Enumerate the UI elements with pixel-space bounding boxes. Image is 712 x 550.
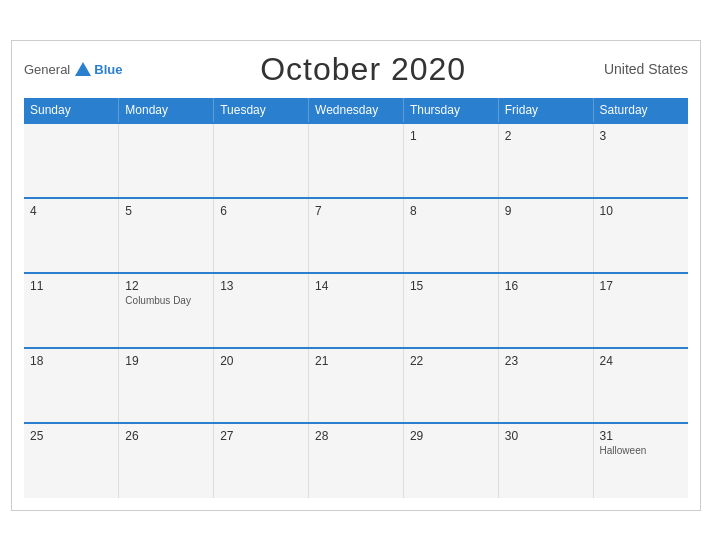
week-row: 1112Columbus Day1314151617 bbox=[24, 273, 688, 348]
logo: General Blue bbox=[24, 62, 122, 77]
day-cell: 17 bbox=[593, 273, 688, 348]
day-cell bbox=[214, 123, 309, 198]
day-number: 10 bbox=[600, 204, 682, 218]
day-cell: 6 bbox=[214, 198, 309, 273]
day-cell bbox=[24, 123, 119, 198]
day-cell: 12Columbus Day bbox=[119, 273, 214, 348]
weekday-header: Monday bbox=[119, 98, 214, 123]
day-cell: 26 bbox=[119, 423, 214, 498]
day-cell: 9 bbox=[498, 198, 593, 273]
calendar-country: United States bbox=[604, 61, 688, 77]
day-cell: 19 bbox=[119, 348, 214, 423]
day-number: 3 bbox=[600, 129, 682, 143]
day-cell: 30 bbox=[498, 423, 593, 498]
day-number: 4 bbox=[30, 204, 112, 218]
day-cell: 10 bbox=[593, 198, 688, 273]
day-cell: 8 bbox=[403, 198, 498, 273]
day-cell: 22 bbox=[403, 348, 498, 423]
day-cell bbox=[309, 123, 404, 198]
day-number: 30 bbox=[505, 429, 587, 443]
day-cell: 23 bbox=[498, 348, 593, 423]
day-cell: 31Halloween bbox=[593, 423, 688, 498]
day-number: 25 bbox=[30, 429, 112, 443]
logo-blue-text: Blue bbox=[94, 62, 122, 77]
day-number: 6 bbox=[220, 204, 302, 218]
day-cell bbox=[119, 123, 214, 198]
calendar-title: October 2020 bbox=[260, 51, 466, 88]
day-number: 29 bbox=[410, 429, 492, 443]
day-number: 2 bbox=[505, 129, 587, 143]
day-cell: 18 bbox=[24, 348, 119, 423]
weekday-header: Thursday bbox=[403, 98, 498, 123]
day-cell: 20 bbox=[214, 348, 309, 423]
day-number: 12 bbox=[125, 279, 207, 293]
day-number: 5 bbox=[125, 204, 207, 218]
day-cell: 15 bbox=[403, 273, 498, 348]
day-number: 14 bbox=[315, 279, 397, 293]
day-number: 27 bbox=[220, 429, 302, 443]
day-cell: 24 bbox=[593, 348, 688, 423]
week-row: 45678910 bbox=[24, 198, 688, 273]
day-number: 28 bbox=[315, 429, 397, 443]
day-number: 21 bbox=[315, 354, 397, 368]
logo-general-text: General bbox=[24, 62, 70, 77]
weekday-header: Wednesday bbox=[309, 98, 404, 123]
day-number: 9 bbox=[505, 204, 587, 218]
weekday-header: Tuesday bbox=[214, 98, 309, 123]
day-cell: 21 bbox=[309, 348, 404, 423]
day-number: 20 bbox=[220, 354, 302, 368]
day-cell: 25 bbox=[24, 423, 119, 498]
calendar-header-row: SundayMondayTuesdayWednesdayThursdayFrid… bbox=[24, 98, 688, 123]
day-number: 26 bbox=[125, 429, 207, 443]
day-cell: 5 bbox=[119, 198, 214, 273]
day-number: 16 bbox=[505, 279, 587, 293]
weekday-row: SundayMondayTuesdayWednesdayThursdayFrid… bbox=[24, 98, 688, 123]
calendar-table: SundayMondayTuesdayWednesdayThursdayFrid… bbox=[24, 98, 688, 498]
day-cell: 14 bbox=[309, 273, 404, 348]
day-number: 23 bbox=[505, 354, 587, 368]
weekday-header: Saturday bbox=[593, 98, 688, 123]
day-number: 19 bbox=[125, 354, 207, 368]
day-cell: 13 bbox=[214, 273, 309, 348]
day-number: 17 bbox=[600, 279, 682, 293]
day-number: 18 bbox=[30, 354, 112, 368]
day-number: 15 bbox=[410, 279, 492, 293]
day-cell: 3 bbox=[593, 123, 688, 198]
day-event: Columbus Day bbox=[125, 295, 207, 306]
day-cell: 16 bbox=[498, 273, 593, 348]
day-cell: 11 bbox=[24, 273, 119, 348]
day-number: 11 bbox=[30, 279, 112, 293]
day-number: 22 bbox=[410, 354, 492, 368]
week-row: 25262728293031Halloween bbox=[24, 423, 688, 498]
day-number: 1 bbox=[410, 129, 492, 143]
day-cell: 1 bbox=[403, 123, 498, 198]
day-cell: 2 bbox=[498, 123, 593, 198]
week-row: 123 bbox=[24, 123, 688, 198]
day-number: 24 bbox=[600, 354, 682, 368]
weekday-header: Sunday bbox=[24, 98, 119, 123]
day-cell: 27 bbox=[214, 423, 309, 498]
day-number: 7 bbox=[315, 204, 397, 218]
day-cell: 4 bbox=[24, 198, 119, 273]
day-number: 8 bbox=[410, 204, 492, 218]
calendar: General Blue October 2020 United States … bbox=[11, 40, 701, 511]
day-cell: 28 bbox=[309, 423, 404, 498]
day-number: 31 bbox=[600, 429, 682, 443]
calendar-header: General Blue October 2020 United States bbox=[24, 51, 688, 88]
day-event: Halloween bbox=[600, 445, 682, 456]
weekday-header: Friday bbox=[498, 98, 593, 123]
logo-triangle-icon bbox=[75, 62, 91, 76]
week-row: 18192021222324 bbox=[24, 348, 688, 423]
day-cell: 7 bbox=[309, 198, 404, 273]
day-number: 13 bbox=[220, 279, 302, 293]
day-cell: 29 bbox=[403, 423, 498, 498]
calendar-body: 123456789101112Columbus Day1314151617181… bbox=[24, 123, 688, 498]
